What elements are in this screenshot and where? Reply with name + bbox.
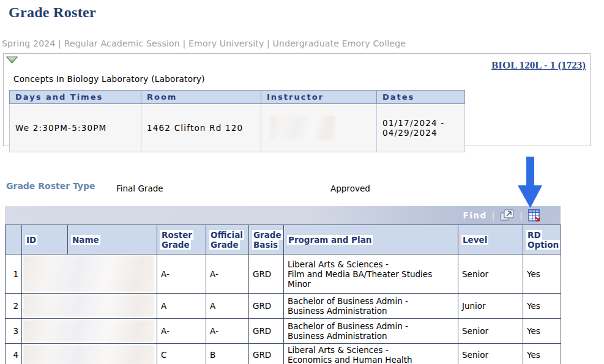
column-header-grade-basis[interactable]: Grade Basis: [249, 225, 284, 254]
id-name-cell: [22, 254, 157, 294]
term-context-line: Spring 2024 | Regular Academic Session |…: [2, 39, 406, 48]
row-number: 3: [6, 319, 22, 344]
program-plan-cell: Bachelor of Business Admin - Business Ad…: [284, 319, 458, 344]
rd-option-cell: Yes: [523, 319, 561, 344]
meeting-room: 1462 Clifton Rd 120: [141, 104, 261, 152]
meeting-header-room: Room: [141, 91, 261, 104]
column-header-roster-grade[interactable]: Roster Grade: [157, 225, 206, 254]
grid-toolbar: Find | |: [5, 206, 561, 225]
table-row: 2 A A GRD Bachelor of Business Admin - B…: [6, 294, 561, 319]
approval-status: Approved: [330, 184, 370, 193]
column-header-rd-option[interactable]: RD Option: [523, 225, 561, 254]
redacted-student-identity: [23, 295, 154, 317]
column-header-id[interactable]: ID: [22, 225, 68, 254]
meeting-info-table: Days and Times Room Instructor Dates We …: [9, 90, 465, 152]
redacted-student-identity: [23, 256, 154, 292]
grade-roster-grid: ID Name Roster Grade Official Grade Grad…: [5, 225, 561, 364]
toolbar-separator: |: [492, 210, 495, 220]
meeting-days-times: We 2:30PM-5:30PM: [10, 104, 141, 152]
grade-basis-cell: GRD: [249, 294, 284, 319]
redacted-instructor-name: [270, 116, 335, 139]
meeting-header-instructor: Instructor: [261, 91, 377, 104]
roster-grade-cell: A-: [157, 319, 206, 344]
grade-basis-cell: GRD: [249, 319, 284, 344]
course-section-box: BIOL 120L - 1 (1723) Concepts In Biology…: [3, 53, 591, 146]
open-result-list-icon[interactable]: [499, 209, 515, 222]
grade-roster-type-value: Final Grade: [116, 184, 163, 193]
level-cell: Senior: [458, 319, 523, 344]
meeting-dates: 01/17/2024 - 04/29/2024: [377, 104, 465, 152]
redacted-student-identity: [23, 320, 154, 342]
rd-option-cell: Yes: [523, 344, 561, 364]
grade-basis-cell: GRD: [249, 254, 284, 294]
page-title: Grade Roster: [9, 4, 96, 21]
table-row: 1 A- A- GRD Liberal Arts & Sciences - Fi…: [6, 254, 561, 294]
blue-down-arrow-icon: [516, 157, 543, 211]
official-grade-cell: B: [206, 344, 249, 364]
roster-grade-cell: C: [157, 344, 206, 364]
row-number: 2: [6, 294, 22, 319]
row-number: 1: [6, 254, 22, 294]
rd-option-cell: Yes: [523, 294, 561, 319]
meeting-instructor-cell: [261, 104, 377, 152]
grade-roster-type-label: Grade Roster Type: [6, 181, 95, 191]
id-name-cell: [22, 294, 157, 319]
redacted-student-identity: [23, 345, 154, 364]
rd-option-cell: Yes: [523, 254, 561, 294]
course-section-link[interactable]: BIOL 120L - 1 (1723): [491, 59, 586, 72]
row-number: 4: [6, 344, 22, 364]
level-cell: Senior: [458, 254, 523, 294]
id-name-cell: [22, 344, 157, 364]
column-header-official-grade[interactable]: Official Grade: [206, 225, 249, 254]
column-header-row-number: [6, 225, 22, 254]
meeting-header-days-times: Days and Times: [10, 91, 141, 104]
column-header-level[interactable]: Level: [458, 225, 523, 254]
find-button[interactable]: Find: [463, 210, 487, 220]
toolbar-separator: |: [520, 210, 523, 220]
collapse-section-icon[interactable]: [6, 56, 18, 65]
roster-grade-cell: A: [157, 294, 206, 319]
table-row: 4 C B GRD Liberal Arts & Sciences - Econ…: [6, 344, 561, 364]
program-plan-cell: Bachelor of Business Admin - Business Ad…: [284, 294, 458, 319]
meeting-header-dates: Dates: [377, 91, 465, 104]
grade-basis-cell: GRD: [249, 344, 284, 364]
program-plan-cell: Liberal Arts & Sciences - Film and Media…: [284, 254, 458, 294]
table-row: 3 A- A- GRD Bachelor of Business Admin -…: [6, 319, 561, 344]
id-name-cell: [22, 319, 157, 344]
grid-header-row: ID Name Roster Grade Official Grade Grad…: [6, 225, 561, 254]
level-cell: Senior: [458, 344, 523, 364]
official-grade-cell: A: [206, 294, 249, 319]
grade-roster-page: Grade Roster Spring 2024 | Regular Acade…: [0, 0, 604, 364]
course-title: Concepts In Biology Laboratory (Laborato…: [13, 74, 205, 84]
roster-grade-cell: A-: [157, 254, 206, 294]
official-grade-cell: A-: [206, 254, 249, 294]
column-header-program-plan[interactable]: Program and Plan: [284, 225, 458, 254]
meeting-row: We 2:30PM-5:30PM 1462 Clifton Rd 120 01/…: [10, 104, 465, 152]
column-header-name[interactable]: Name: [68, 225, 157, 254]
official-grade-cell: A-: [206, 319, 249, 344]
program-plan-cell: Liberal Arts & Sciences - Economics and …: [284, 344, 458, 364]
level-cell: Junior: [458, 294, 523, 319]
